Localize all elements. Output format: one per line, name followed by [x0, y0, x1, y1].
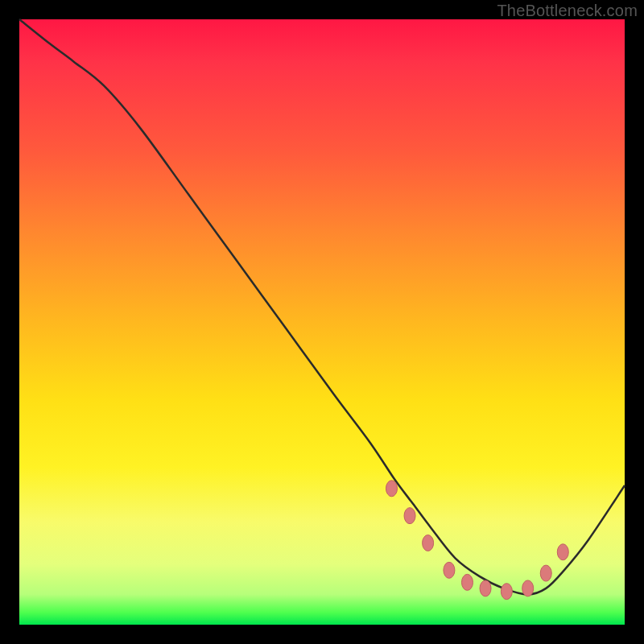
curve-marker [444, 562, 455, 578]
chart-overlay-svg [19, 19, 625, 625]
watermark-text: TheBottleneck.com [497, 2, 638, 20]
curve-marker [501, 584, 512, 600]
marker-group [386, 481, 568, 600]
curve-marker [386, 481, 397, 497]
curve-marker [423, 535, 434, 551]
bottleneck-curve [19, 19, 625, 594]
curve-marker [540, 565, 551, 581]
curve-marker [480, 580, 491, 597]
chart-container: TheBottleneck.com [0, 0, 644, 644]
curve-marker [461, 574, 473, 590]
gradient-plot-area [19, 19, 625, 625]
curve-marker [522, 580, 534, 597]
curve-marker [404, 508, 415, 524]
curve-marker [557, 544, 568, 560]
